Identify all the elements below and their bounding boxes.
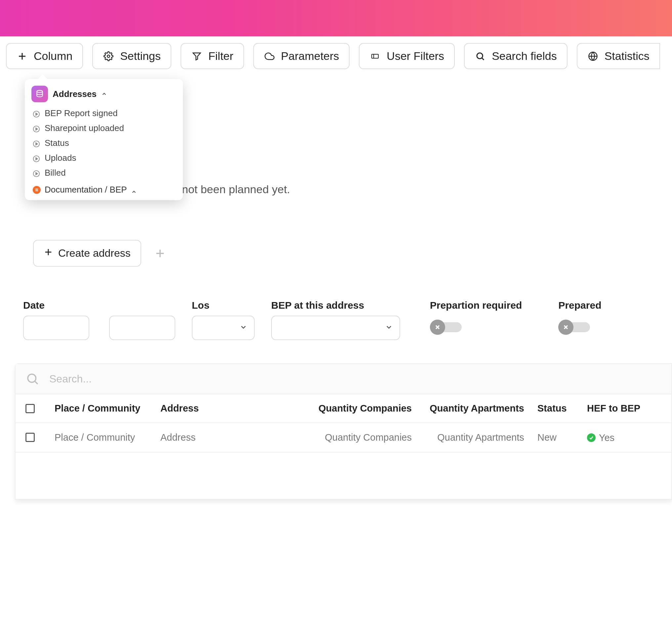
- col-hef-header[interactable]: HEF to BEP: [584, 403, 650, 414]
- play-circle-icon: [33, 125, 40, 132]
- col-qtyc-header[interactable]: Quantity Companies: [309, 403, 412, 414]
- chevron-down-icon: [385, 323, 393, 333]
- popover-item-uploads[interactable]: Uploads: [33, 153, 176, 163]
- popover-item-label: Billed: [45, 168, 66, 178]
- filter-preparation-label: Prepartion required: [430, 300, 522, 311]
- data-table: Place / Community Address Quantity Compa…: [15, 363, 672, 499]
- svg-marker-13: [36, 128, 38, 130]
- svg-marker-17: [36, 158, 38, 160]
- filter-bep-label: BEP at this address: [271, 300, 400, 311]
- svg-point-6: [477, 53, 483, 59]
- popover-title: Addresses: [53, 89, 96, 99]
- gear-icon: [103, 51, 114, 62]
- play-circle-icon: [33, 140, 40, 147]
- popover-item-label: Sharepoint uploaded: [45, 123, 124, 133]
- filter-los: Los: [192, 300, 255, 340]
- col-address-header[interactable]: Address: [160, 403, 303, 414]
- popover-item-label: Status: [45, 138, 69, 148]
- settings-button[interactable]: Settings: [92, 43, 171, 69]
- los-select[interactable]: [192, 316, 255, 340]
- table-search-row: [16, 364, 671, 394]
- bep-select[interactable]: [271, 316, 400, 340]
- parameters-button-label: Parameters: [281, 50, 339, 62]
- popover-items: BEP Report signed Sharepoint uploaded St…: [31, 108, 176, 195]
- actions-row: Create address: [33, 240, 672, 267]
- chevron-up-icon: [101, 91, 107, 97]
- table-header: Place / Community Address Quantity Compa…: [16, 394, 671, 423]
- svg-marker-19: [36, 172, 38, 175]
- filter-date: Date: [23, 300, 175, 340]
- svg-line-7: [482, 58, 484, 59]
- statistics-button[interactable]: Statistics: [577, 43, 660, 69]
- rect-icon: [369, 51, 381, 62]
- search-fields-button[interactable]: Search fields: [464, 43, 568, 69]
- cell-qtya: Quantity Apartments: [418, 432, 524, 443]
- x-icon: [430, 320, 445, 335]
- table-row[interactable]: Place / Community Address Quantity Compa…: [16, 423, 671, 453]
- top-gradient-bar: [0, 0, 672, 36]
- col-place-header[interactable]: Place / Community: [55, 403, 154, 414]
- popover-item-status[interactable]: Status: [33, 138, 176, 148]
- list-icon: [33, 186, 41, 194]
- col-qtya-header[interactable]: Quantity Apartments: [418, 403, 524, 414]
- filters-row: Date Los BEP at this address Prepartion …: [23, 300, 672, 340]
- settings-button-label: Settings: [120, 50, 161, 62]
- filter-bep: BEP at this address: [271, 300, 400, 340]
- col-status-header[interactable]: Status: [531, 403, 577, 414]
- popover-item-bep-report[interactable]: BEP Report signed: [33, 108, 176, 119]
- background-message: not been planned yet.: [182, 183, 290, 196]
- chevron-down-icon: [240, 323, 247, 333]
- svg-marker-11: [36, 113, 38, 115]
- popover-group-header[interactable]: Addresses: [31, 86, 176, 102]
- svg-point-31: [28, 374, 36, 382]
- toolbar: Column Settings Filter Parameters User F…: [0, 36, 672, 69]
- popover-item-billed[interactable]: Billed: [33, 168, 176, 178]
- parameters-button[interactable]: Parameters: [253, 43, 350, 69]
- table-empty-space: [16, 453, 671, 499]
- svg-point-9: [37, 90, 42, 92]
- user-filters-button-label: User Filters: [387, 50, 444, 62]
- x-icon: [558, 320, 574, 335]
- row-checkbox[interactable]: [25, 433, 35, 442]
- filter-button-label: Filter: [208, 50, 234, 62]
- select-all-checkbox[interactable]: [25, 404, 35, 413]
- prepared-toggle[interactable]: [558, 320, 590, 335]
- table-search-input[interactable]: [49, 373, 661, 385]
- svg-point-2: [107, 55, 110, 57]
- database-icon: [31, 86, 48, 102]
- plus-icon: [17, 51, 28, 62]
- cell-address: Address: [160, 432, 303, 443]
- filter-button[interactable]: Filter: [181, 43, 244, 69]
- cell-hef-text: Yes: [599, 432, 615, 443]
- column-button-label: Column: [34, 50, 72, 62]
- column-popover: Addresses BEP Report signed Sharepoint u…: [25, 79, 183, 200]
- popover-item-label: Uploads: [45, 153, 76, 163]
- funnel-icon: [191, 51, 203, 62]
- search-icon: [474, 51, 486, 62]
- user-filters-button[interactable]: User Filters: [359, 43, 455, 69]
- popover-subgroup-documentation[interactable]: Documentation / BEP: [33, 185, 176, 195]
- statistics-button-label: Statistics: [605, 50, 650, 62]
- svg-marker-3: [193, 53, 201, 60]
- filter-preparation: Prepartion required: [430, 300, 522, 340]
- filter-prepared: Prepared: [558, 300, 601, 340]
- chevron-up-icon: [131, 187, 137, 193]
- popover-item-label: BEP Report signed: [45, 108, 118, 119]
- check-circle-icon: [587, 433, 596, 442]
- filter-date-label: Date: [23, 300, 175, 311]
- add-icon[interactable]: [154, 248, 166, 259]
- popover-subgroup-label: Documentation / BEP: [45, 185, 127, 195]
- date-from-input[interactable]: [23, 316, 89, 340]
- globe-icon: [587, 51, 599, 62]
- create-address-button[interactable]: Create address: [33, 240, 141, 267]
- plus-icon: [44, 247, 53, 259]
- column-button[interactable]: Column: [6, 43, 83, 69]
- date-to-input[interactable]: [109, 316, 175, 340]
- search-fields-button-label: Search fields: [492, 50, 557, 62]
- svg-marker-15: [36, 143, 38, 145]
- filter-prepared-label: Prepared: [558, 300, 601, 311]
- popover-item-sharepoint[interactable]: Sharepoint uploaded: [33, 123, 176, 133]
- svg-line-32: [35, 381, 38, 384]
- play-circle-icon: [33, 110, 40, 117]
- preparation-toggle[interactable]: [430, 320, 462, 335]
